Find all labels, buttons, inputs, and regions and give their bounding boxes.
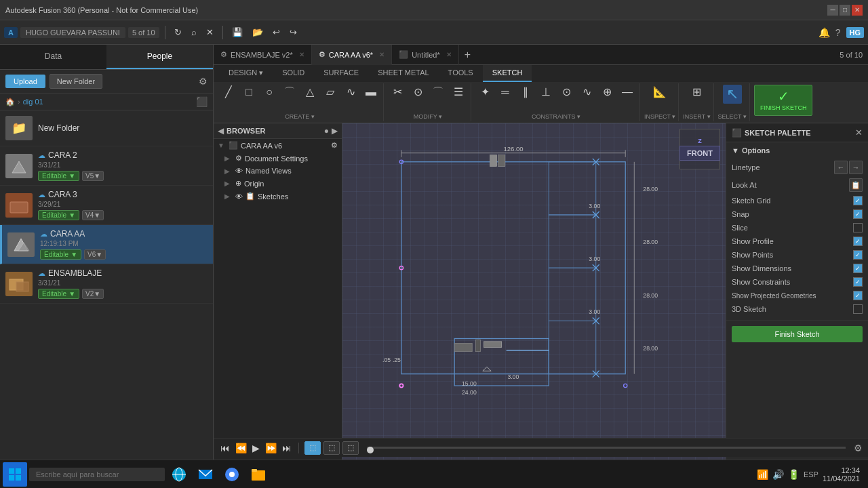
browser-expand-button[interactable]: ● <box>324 126 329 136</box>
snap-checkbox[interactable] <box>853 209 863 219</box>
smooth-constraint[interactable]: ∿ <box>577 85 596 100</box>
tray-volume-icon[interactable]: 🔊 <box>772 469 784 480</box>
tree-item-sketches[interactable]: ▶ 👁 📋 Sketches <box>214 190 342 203</box>
line-tool[interactable]: ╱ <box>219 85 238 100</box>
tab-data[interactable]: Data <box>0 45 106 69</box>
maximize-button[interactable]: □ <box>840 5 850 16</box>
ribbon-tab-tools[interactable]: TOOLS <box>439 65 483 82</box>
slice-checkbox[interactable] <box>853 223 863 232</box>
breadcrumb-home-icon[interactable]: 🏠 <box>5 98 15 106</box>
fixed-constraint[interactable]: — <box>618 85 637 100</box>
pb-prev-button[interactable]: ⏪ <box>234 441 248 455</box>
trim-tool[interactable]: ✂ <box>388 85 407 100</box>
close-tab-untitled[interactable]: ✕ <box>446 51 452 58</box>
editable-badge-cara2[interactable]: Editable ▼ <box>38 171 79 181</box>
ribbon-tab-sketch[interactable]: SKETCH <box>483 65 532 82</box>
ribbon-tab-design[interactable]: DESIGN ▾ <box>219 65 273 82</box>
minimize-button[interactable]: ─ <box>827 5 838 16</box>
insert-tool[interactable]: ⊞ <box>687 85 706 100</box>
select-tool[interactable]: ↖ <box>723 85 742 104</box>
sym-constraint[interactable]: ⊕ <box>597 85 616 100</box>
notification-button[interactable]: 🔔 <box>818 27 830 38</box>
tree-item-origin[interactable]: ▶ ⊕ Origin <box>214 177 342 190</box>
linetype-btn1[interactable]: ← <box>834 161 848 174</box>
ribbon-tab-sheetmetal[interactable]: SHEET METAL <box>368 65 438 82</box>
taskbar-app-explorer[interactable] <box>167 462 191 487</box>
show-points-checkbox[interactable] <box>853 250 863 260</box>
inspect-tool[interactable]: 📐 <box>650 85 670 100</box>
tree-item-doc-settings[interactable]: ▶ ⚙ Document Settings <box>214 152 342 165</box>
taskbar-app-files[interactable] <box>246 462 271 487</box>
taskbar-app-chrome[interactable] <box>220 462 244 487</box>
offset-tool[interactable]: ☰ <box>449 85 468 100</box>
new-folder-button[interactable]: New Folder <box>50 74 102 89</box>
browser-menu-button[interactable]: ▶ <box>332 126 338 136</box>
palette-close-button[interactable]: ✕ <box>855 127 863 138</box>
file-item-cara-aa[interactable]: ☁ CARA AA 12:19:13 PM Editable ▼ V6 ▼ <box>0 225 213 264</box>
finish-sketch-palette-button[interactable]: Finish Sketch <box>732 326 863 342</box>
close-tab-ensamblaje[interactable]: ✕ <box>299 51 304 58</box>
breadcrumb-folder[interactable]: dig 01 <box>23 98 43 106</box>
view-cube[interactable]: Z FRONT <box>679 129 720 169</box>
view-front-label[interactable]: FRONT <box>679 146 720 161</box>
tray-network-icon[interactable]: 📶 <box>757 469 768 480</box>
show-dims-checkbox[interactable] <box>853 264 863 273</box>
spline-tool[interactable]: ∿ <box>341 85 360 100</box>
tree-settings-root[interactable]: ⚙ <box>331 141 338 150</box>
ribbon-tab-solid[interactable]: SOLID <box>273 65 314 82</box>
3d-sketch-checkbox[interactable] <box>853 304 863 314</box>
ellipse-tool[interactable]: ▱ <box>321 85 340 100</box>
extend-tool[interactable]: ⊙ <box>408 85 427 100</box>
save-button[interactable]: 💾 <box>229 25 246 39</box>
tab-ensamblaje[interactable]: ⚙ ENSAMBLAJE v2* ✕ <box>214 45 312 65</box>
slot-tool[interactable]: ▬ <box>361 85 380 100</box>
pb-settings-button[interactable]: ⚙ <box>854 443 863 453</box>
help-button[interactable]: ? <box>835 27 841 38</box>
redo-button[interactable]: ↪ <box>286 25 300 39</box>
ribbon-tab-surface[interactable]: SURFACE <box>314 65 368 82</box>
look-at-button[interactable]: 📋 <box>849 178 863 192</box>
parallel-constraint[interactable]: ∥ <box>516 85 535 100</box>
refresh-button[interactable]: ↻ <box>171 25 185 39</box>
arc-tool[interactable]: ⌒ <box>280 85 299 100</box>
sketch-grid-checkbox[interactable] <box>853 196 863 205</box>
perp-constraint[interactable]: ⊥ <box>536 85 555 100</box>
file-item-cara2[interactable]: ☁ CARA 2 3/31/21 Editable ▼ V5 ▼ <box>0 146 213 186</box>
file-item-cara3[interactable]: ☁ CARA 3 3/29/21 Editable ▼ V4 ▼ <box>0 186 213 225</box>
editable-badge-cara3[interactable]: Editable ▼ <box>38 210 79 220</box>
pb-first-button[interactable]: ⏮ <box>219 441 231 455</box>
close-tab-cara-aa[interactable]: ✕ <box>379 51 384 58</box>
tangent-constraint[interactable]: ⊙ <box>557 85 576 100</box>
collinear-constraint[interactable]: ═ <box>496 85 515 100</box>
settings-button[interactable]: ⚙ <box>199 76 208 87</box>
pb-next-button[interactable]: ⏩ <box>264 441 278 455</box>
close-search-button[interactable]: ✕ <box>203 25 217 39</box>
search-button[interactable]: ⌕ <box>188 25 200 39</box>
pb-play-button[interactable]: ▶ <box>251 441 261 455</box>
timeline-slider[interactable] <box>367 447 846 449</box>
new-folder-item[interactable]: 📁 New Folder <box>0 110 213 146</box>
show-proj-geom-checkbox[interactable] <box>853 291 863 300</box>
taskbar-app-mail[interactable] <box>193 462 218 487</box>
linetype-btn2[interactable]: → <box>849 161 863 174</box>
breadcrumb-options-icon[interactable]: ⬛ <box>196 96 208 107</box>
close-button[interactable]: ✕ <box>852 5 863 16</box>
palette-section-options-title[interactable]: ▼ Options <box>732 146 863 155</box>
show-constraints-checkbox[interactable] <box>853 277 863 287</box>
tree-item-root[interactable]: ▼ ⬛ CARA AA v6 ⚙ <box>214 139 342 152</box>
canvas-area[interactable]: 126.00 28.00 28.00 28.00 28.00 3.00 3.00… <box>342 123 726 460</box>
tree-item-named-views[interactable]: ▶ 👁 Named Views <box>214 165 342 177</box>
taskbar-search[interactable] <box>29 468 165 481</box>
undo-button[interactable]: ↩ <box>269 25 283 39</box>
finish-sketch-button[interactable]: ✓ FINISH SKETCH <box>754 85 813 116</box>
tab-people[interactable]: People <box>106 45 213 69</box>
upload-button[interactable]: Upload <box>5 75 45 88</box>
editable-badge-ensamblaje[interactable]: Editable ▼ <box>38 289 79 299</box>
file-item-ensamblaje[interactable]: ☁ ENSAMBLAJE 3/31/21 Editable ▼ V2 ▼ <box>0 264 213 304</box>
coincident-constraint[interactable]: ✦ <box>475 85 494 100</box>
editable-badge-cara-aa[interactable]: Editable ▼ <box>40 249 81 260</box>
start-button[interactable] <box>3 462 27 487</box>
polygon-tool[interactable]: △ <box>300 85 319 100</box>
fillet-tool[interactable]: ⌒ <box>429 85 448 100</box>
tray-battery-icon[interactable]: 🔋 <box>788 469 800 480</box>
